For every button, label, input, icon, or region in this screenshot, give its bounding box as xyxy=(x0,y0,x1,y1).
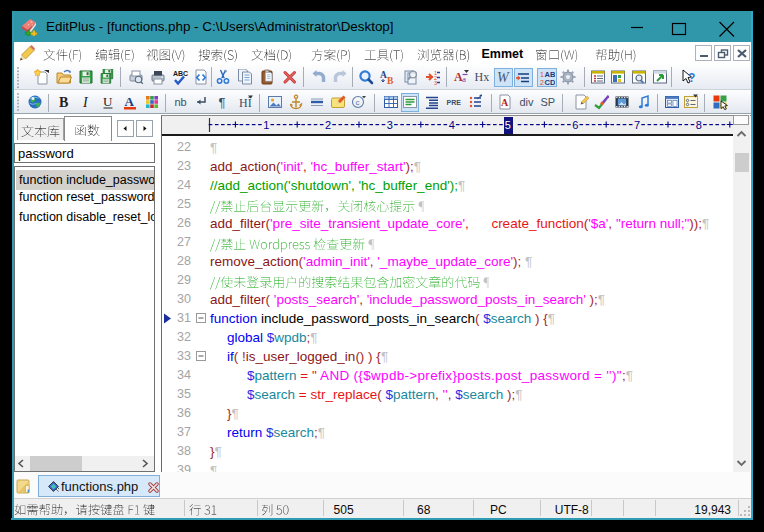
svg-text:4: 4 xyxy=(449,119,455,131)
svg-text:3: 3 xyxy=(387,119,393,131)
svg-text:A: A xyxy=(501,97,509,108)
svg-text:2: 2 xyxy=(325,119,331,131)
svg-text:A: A xyxy=(124,94,134,109)
svg-text:nb: nb xyxy=(174,96,186,108)
svg-text:8: 8 xyxy=(696,119,702,131)
svg-text:I: I xyxy=(82,95,89,110)
svg-text:3: 3 xyxy=(434,80,437,86)
svg-text:1: 1 xyxy=(540,71,544,78)
svg-text:W: W xyxy=(497,70,510,85)
svg-text:1: 1 xyxy=(263,119,269,131)
svg-text:c: c xyxy=(356,98,360,107)
svg-text:B: B xyxy=(387,76,394,85)
svg-text:A: A xyxy=(380,70,387,80)
svg-text:SP: SP xyxy=(541,96,556,108)
svg-text:?: ? xyxy=(688,71,695,85)
svg-text:PRE: PRE xyxy=(447,99,462,106)
svg-text:U: U xyxy=(103,94,113,109)
svg-text:ABC: ABC xyxy=(173,70,188,77)
svg-text:Hx: Hx xyxy=(475,70,490,84)
svg-text:6: 6 xyxy=(572,119,578,131)
svg-text:¶: ¶ xyxy=(219,95,226,110)
svg-text:B: B xyxy=(59,95,68,110)
svg-text:2: 2 xyxy=(540,79,544,86)
svg-text:7: 7 xyxy=(634,119,640,131)
svg-text:CD: CD xyxy=(545,78,556,86)
svg-text:div: div xyxy=(520,96,535,108)
svg-text:a: a xyxy=(462,74,466,84)
